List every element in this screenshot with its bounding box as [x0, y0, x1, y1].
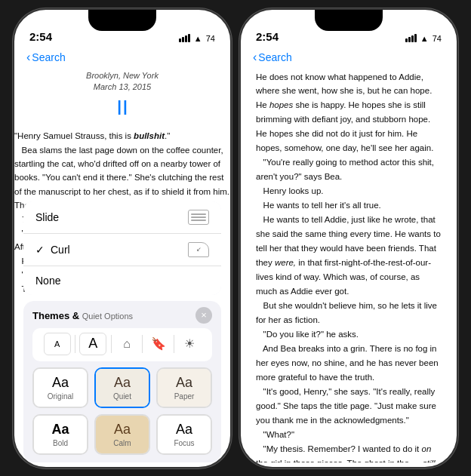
theme-paper-aa: Aa [176, 375, 192, 391]
theme-original[interactable]: Aa Original [32, 367, 88, 408]
close-button[interactable]: × [195, 307, 212, 324]
none-option[interactable]: None [23, 266, 221, 295]
curl-icon: ↙ [188, 242, 209, 257]
none-label: None [35, 275, 209, 287]
font-button[interactable]: ⌂ [115, 333, 138, 355]
theme-paper[interactable]: Aa Paper [156, 367, 212, 408]
theme-original-aa: Aa [52, 375, 69, 391]
theme-paper-name: Paper [174, 392, 195, 401]
themes-section: Themes & Quiet Options × A A ⌂ 🔖 ☀ [23, 301, 221, 462]
right-back-button[interactable]: ‹ Search [253, 51, 292, 64]
theme-quiet-name: Quiet [113, 392, 131, 401]
slide-option[interactable]: Slide [23, 201, 221, 234]
chapter-number: II [14, 96, 230, 120]
slide-icon [188, 210, 209, 225]
right-notch [315, 10, 383, 31]
theme-focus-inner: Aa Focus [158, 416, 211, 453]
theme-original-inner: Aa Original [34, 369, 87, 407]
bookmark-button[interactable]: 🔖 [147, 333, 170, 355]
check-icon: ✓ [35, 244, 45, 256]
left-status-icons: ▲ 74 [179, 34, 215, 43]
left-nav-bar: ‹ Search [14, 48, 230, 70]
theme-bold-aa: Aa [51, 422, 69, 438]
curl-option[interactable]: ✓ Curl ↙ [23, 234, 221, 266]
right-status-bar: 2:54 ▲ 74 [241, 10, 457, 48]
page-number: 524 [241, 462, 457, 468]
left-status-bar: 2:54 ▲ 74 [14, 10, 230, 48]
theme-bold-inner: Aa Bold [34, 416, 87, 453]
theme-focus[interactable]: Aa Focus [156, 414, 212, 455]
right-status-icons: ▲ 74 [405, 34, 442, 43]
book-location: Brooklyn, New YorkMarch 13, 2015 [14, 70, 230, 94]
theme-quiet-aa: Aa [114, 375, 131, 391]
transition-menu: Slide ✓ Curl ↙ None [23, 201, 221, 295]
wifi-icon: ▲ [194, 34, 202, 43]
brightness-button[interactable]: ☀ [178, 333, 201, 355]
theme-focus-aa: Aa [176, 422, 192, 438]
right-back-label: Search [258, 51, 291, 63]
left-back-label: Search [32, 51, 65, 63]
right-chevron-left-icon: ‹ [253, 51, 257, 64]
right-battery-icon: 74 [433, 34, 442, 43]
theme-calm[interactable]: Aa Calm [94, 414, 150, 455]
themes-title-area: Themes & Quiet Options [32, 309, 133, 322]
theme-quiet-inner: Aa Quiet [96, 369, 149, 407]
theme-bold-name: Bold [53, 439, 68, 447]
theme-bold[interactable]: Aa Bold [32, 414, 88, 455]
divider3 [142, 335, 143, 353]
battery-icon: 74 [206, 34, 215, 43]
theme-focus-name: Focus [174, 439, 194, 447]
themes-title: Themes & [32, 310, 82, 321]
signal-icon [179, 34, 190, 42]
right-signal-icon [405, 34, 417, 42]
right-nav-bar: ‹ Search [241, 48, 457, 70]
right-wifi-icon: ▲ [420, 34, 429, 43]
large-text-button[interactable]: A [79, 333, 106, 355]
slide-label: Slide [35, 211, 188, 223]
left-back-button[interactable]: ‹ Search [26, 51, 66, 64]
right-time: 2:54 [256, 30, 279, 43]
theme-calm-name: Calm [113, 439, 131, 447]
book-header: Brooklyn, New YorkMarch 13, 2015 II [14, 70, 230, 121]
curl-label: Curl [51, 244, 188, 256]
themes-subtitle: Quiet Options [82, 312, 133, 321]
left-notch [88, 10, 156, 31]
theme-quiet[interactable]: Aa Quiet [94, 367, 150, 408]
theme-paper-inner: Aa Paper [158, 369, 211, 407]
right-phone: 2:54 ▲ 74 ‹ Search [239, 8, 458, 468]
divider4 [174, 335, 174, 353]
divider [75, 335, 75, 353]
small-text-button[interactable]: A [44, 333, 71, 355]
text-controls: A A ⌂ 🔖 ☀ [32, 328, 212, 361]
right-book-content: He does not know what happened to Addie,… [241, 70, 457, 462]
themes-header: Themes & Quiet Options × [23, 301, 221, 328]
left-time: 2:54 [29, 30, 52, 43]
theme-calm-aa: Aa [114, 422, 131, 438]
chevron-left-icon: ‹ [26, 51, 30, 64]
overlay-panel: Slide ✓ Curl ↙ None Themes [14, 201, 230, 467]
left-phone: 2:54 ▲ 74 ‹ Search [13, 8, 232, 468]
theme-grid: Aa Original Aa Quiet Aa Paper [23, 364, 221, 462]
divider2 [111, 335, 112, 353]
theme-calm-inner: Aa Calm [96, 416, 149, 453]
phones-container: 2:54 ▲ 74 ‹ Search [5, 1, 466, 476]
theme-original-name: Original [48, 392, 73, 401]
